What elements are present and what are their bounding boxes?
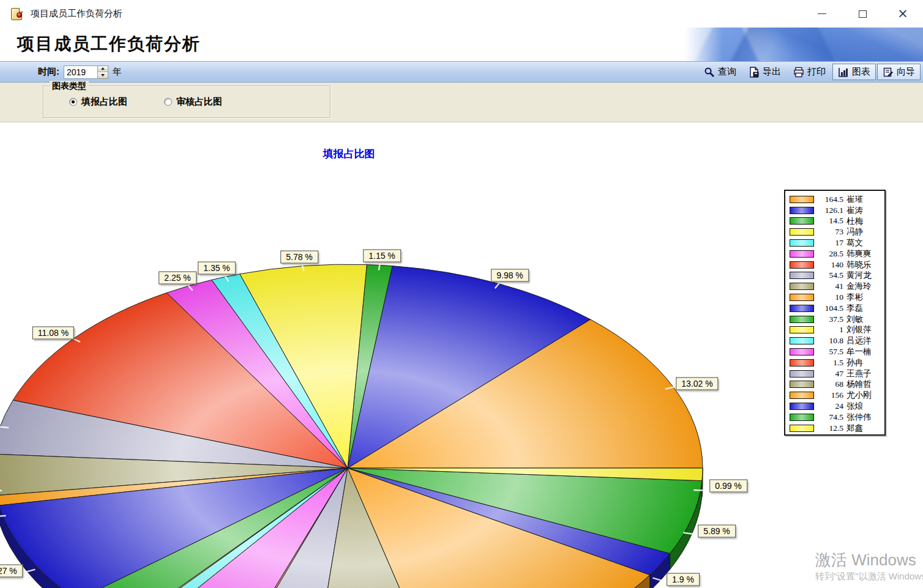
wizard-icon — [883, 67, 894, 78]
legend-value: 47 — [814, 369, 843, 379]
percent-label: 11.08 % — [32, 327, 74, 340]
legend-row: 17葛文 — [785, 237, 884, 248]
radio-option-audit-ratio[interactable]: 审核占比图 — [164, 96, 222, 108]
year-input[interactable] — [64, 65, 98, 79]
toolbar-button-chart[interactable]: 图表 — [832, 64, 876, 80]
legend-value: 126.1 — [814, 206, 843, 215]
legend-value: 41 — [814, 281, 843, 291]
spin-up-icon — [101, 67, 105, 70]
legend-row: 37.5刘敏 — [785, 314, 884, 325]
toolbar-button-query[interactable]: 查询 — [698, 64, 742, 80]
legend-value: 12.5 — [814, 423, 843, 433]
radio-icon — [164, 98, 172, 106]
activate-windows-watermark: 激活 Windows — [815, 549, 916, 571]
legend-swatch — [790, 337, 814, 344]
legend-row: 1.5孙冉 — [785, 357, 884, 368]
legend-swatch — [790, 348, 814, 355]
legend-value: 68 — [814, 379, 843, 389]
chart-legend: 164.5崔璀126.1崔涛14.5杜梅73冯静17葛文28.5韩爽爽140韩晓… — [784, 190, 886, 436]
year-spin-up-button[interactable] — [98, 66, 108, 73]
legend-value: 10.8 — [814, 336, 843, 346]
chart-icon — [838, 67, 849, 78]
app-icon — [10, 7, 24, 21]
legend-row: 68杨翰哲 — [785, 379, 884, 390]
header-decoration — [684, 28, 923, 61]
radio-label: 审核占比图 — [176, 96, 222, 108]
legend-name: 刘敏 — [846, 314, 863, 325]
legend-swatch — [790, 261, 814, 269]
legend-swatch — [790, 305, 814, 312]
legend-name: 李彬 — [846, 292, 863, 303]
legend-swatch — [790, 207, 814, 214]
legend-row: 12.5郑鑫 — [785, 423, 884, 434]
chart-type-groupbox: 图表类型 填报占比图审核占比图 — [43, 86, 331, 118]
legend-row: 10李彬 — [785, 292, 884, 303]
legend-swatch — [790, 392, 814, 399]
export-icon — [749, 67, 760, 78]
toolbar-button-print[interactable]: 打印 — [788, 64, 831, 80]
legend-name: 崔璀 — [846, 194, 863, 205]
legend-value: 140 — [814, 260, 843, 270]
legend-name: 葛文 — [846, 237, 863, 248]
percent-label: 9.98 % — [491, 269, 529, 282]
chart-type-group-label: 图表类型 — [50, 81, 89, 92]
legend-value: 54.5 — [814, 270, 843, 280]
legend-swatch — [790, 228, 814, 236]
legend-swatch — [790, 250, 814, 258]
legend-row: 126.1崔涛 — [785, 205, 884, 216]
legend-row: 47王燕子 — [785, 368, 884, 379]
spin-down-icon — [101, 74, 105, 76]
toolbar-button-export[interactable]: 导出 — [743, 64, 787, 80]
legend-value: 14.5 — [814, 216, 843, 226]
legend-name: 韩晓乐 — [846, 259, 872, 270]
legend-name: 黄河龙 — [846, 270, 872, 281]
chart-area: 填报占比图 164.5崔璀126.1崔涛14.5杜梅73冯静17葛文28.5韩爽… — [0, 122, 923, 588]
toolbar: 时间: 年 查询导出打印图表向导 — [0, 61, 923, 83]
close-icon: × — [897, 7, 908, 20]
legend-value: 73 — [814, 227, 843, 237]
legend-swatch — [790, 294, 814, 301]
year-suffix-label: 年 — [113, 66, 122, 78]
toolbar-button-label: 图表 — [852, 66, 870, 78]
close-button[interactable]: × — [883, 0, 923, 28]
legend-name: 张仲伟 — [846, 412, 872, 423]
legend-name: 韩爽爽 — [846, 248, 872, 259]
year-spin-down-button[interactable] — [98, 72, 108, 78]
legend-swatch — [790, 196, 814, 203]
page-title: 项目成员工作负荷分析 — [17, 32, 201, 56]
percent-label: 2.25 % — [159, 272, 196, 285]
legend-row: 24张烺 — [785, 401, 884, 412]
legend-value: 17 — [814, 238, 843, 248]
legend-value: 28.5 — [814, 249, 843, 259]
toolbar-button-label: 向导 — [897, 66, 915, 78]
legend-row: 104.5李磊 — [785, 303, 884, 314]
legend-row: 10.8吕远洋 — [785, 335, 884, 346]
radio-label: 填报占比图 — [81, 96, 127, 108]
legend-swatch — [790, 403, 814, 410]
print-icon — [793, 67, 804, 78]
filter-band: 图表类型 填报占比图审核占比图 — [0, 83, 923, 122]
percent-label: 13.02 % — [676, 378, 718, 390]
page-header: 项目成员工作负荷分析 — [0, 28, 923, 61]
legend-value: 10 — [814, 292, 843, 302]
legend-row: 54.5黄河龙 — [785, 270, 884, 281]
legend-name: 杜梅 — [846, 216, 863, 227]
legend-name: 牟一楠 — [846, 346, 872, 357]
toolbar-buttons: 查询导出打印图表向导 — [697, 62, 923, 82]
legend-name: 杨翰哲 — [846, 379, 872, 390]
toolbar-button-label: 查询 — [718, 66, 736, 78]
legend-row: 14.5杜梅 — [785, 216, 884, 227]
legend-value: 57.5 — [814, 347, 843, 357]
percent-label: 1.35 % — [198, 262, 236, 275]
toolbar-button-wizard[interactable]: 向导 — [877, 64, 921, 80]
legend-swatch — [790, 283, 814, 290]
radio-option-fill-ratio[interactable]: 填报占比图 — [69, 96, 127, 108]
legend-swatch — [790, 370, 814, 378]
toolbar-button-label: 导出 — [763, 66, 781, 78]
legend-name: 郑鑫 — [846, 423, 863, 434]
year-spinbox — [64, 65, 108, 79]
minimize-button[interactable] — [802, 0, 842, 28]
maximize-button[interactable] — [842, 0, 883, 28]
legend-swatch — [790, 414, 814, 421]
percent-label: 5.78 % — [280, 251, 318, 264]
